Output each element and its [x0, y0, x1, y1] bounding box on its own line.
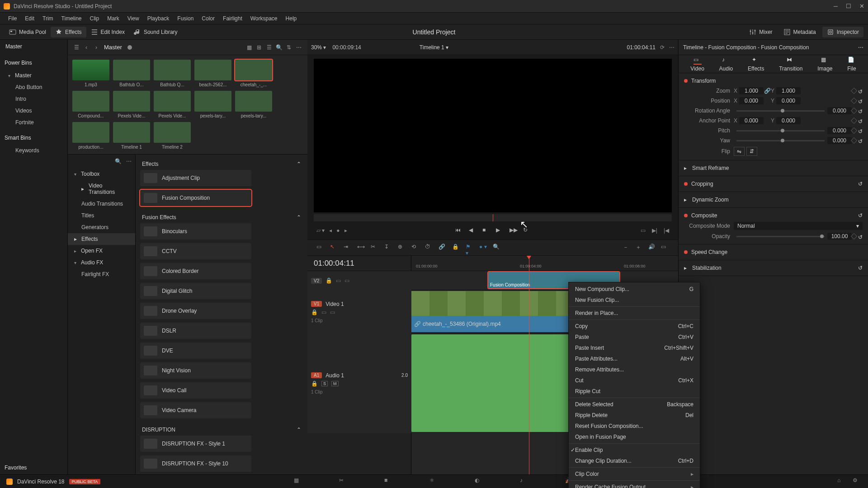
keyframe-icon[interactable] — [851, 137, 857, 144]
media-clip[interactable]: Timeline 1 — [113, 122, 150, 150]
viewer-scrubber[interactable] — [314, 214, 672, 221]
flag-icon[interactable]: ⚑ ▾ — [466, 244, 474, 252]
sort-icon[interactable]: ⇅ — [284, 42, 294, 52]
maximize-button[interactable]: ☐ — [846, 3, 851, 9]
keyframe-icon[interactable] — [851, 88, 857, 94]
media-clip[interactable]: Compound... — [72, 91, 109, 118]
menu-workspace[interactable]: Workspace — [247, 14, 281, 23]
match-frame-icon[interactable]: ▭ — [641, 227, 646, 234]
reset-icon[interactable]: ↺ — [858, 99, 863, 103]
menu-playback[interactable]: Playback — [144, 14, 173, 23]
section-enable-icon[interactable] — [684, 214, 688, 217]
transform-label[interactable]: Transform — [691, 78, 716, 84]
keyframe-icon[interactable] — [851, 127, 857, 134]
tree-generators[interactable]: Generators — [68, 221, 135, 233]
tab-transition[interactable]: ⧓Transition — [779, 56, 802, 72]
overwrite-icon[interactable]: ⊕ — [398, 244, 406, 252]
track-auto-icon[interactable]: ▭ — [321, 309, 326, 315]
timeline-name[interactable]: Timeline 1 ▾ — [420, 44, 448, 51]
track-solo-icon[interactable]: S — [321, 381, 328, 386]
ctx-item[interactable]: New Compound Clip...G — [569, 284, 700, 295]
pos-y-input[interactable]: 0.000 — [776, 97, 801, 104]
insert-icon[interactable]: ↧ — [384, 244, 392, 252]
stop-button[interactable]: ■ — [482, 227, 490, 234]
smart-bins-header[interactable]: Smart Bins — [0, 131, 67, 145]
effect-card[interactable]: Video Call — [140, 382, 251, 399]
favorites-header[interactable]: Favorites — [0, 460, 67, 474]
menu-color[interactable]: Color — [198, 14, 218, 23]
viewer-zoom[interactable]: 30% ▾ — [311, 44, 326, 51]
transform-overlay-icon[interactable]: ▱ ▾ — [316, 227, 325, 234]
effect-card[interactable]: Binoculars — [140, 223, 251, 239]
effect-card[interactable]: Colored Border — [140, 263, 251, 279]
viewer-canvas[interactable] — [314, 59, 672, 212]
ctx-item[interactable]: Delete SelectedBackspace — [569, 399, 700, 410]
menu-view[interactable]: View — [124, 14, 143, 23]
reset-icon[interactable]: ↺ — [858, 118, 863, 123]
media-clip[interactable]: 1.mp3 — [72, 60, 109, 87]
loop-button[interactable]: ↻ — [523, 227, 530, 234]
ctx-item[interactable]: PasteCtrl+V — [569, 332, 700, 343]
ctx-item[interactable]: Paste InsertCtrl+Shift+V — [569, 343, 700, 353]
yaw-input[interactable]: 0.000 — [827, 137, 852, 144]
audio-icon[interactable]: 🔊 — [648, 244, 656, 252]
media-clip[interactable]: pexels-tary... — [235, 91, 272, 118]
ctx-item[interactable]: Render Cache Fusion Output▸ — [569, 482, 700, 488]
track-lock-icon[interactable]: 🔒 — [326, 277, 332, 284]
anchor-y-input[interactable]: 0.000 — [776, 117, 801, 124]
opacity-input[interactable]: 100.00 — [827, 233, 852, 240]
playhead-icon[interactable] — [529, 256, 529, 474]
keyframe-icon[interactable]: ● — [336, 227, 340, 234]
grid-view-icon[interactable]: ⊞ — [254, 42, 264, 52]
power-bin-master[interactable]: Master — [0, 70, 67, 81]
pitch-input[interactable]: 0.000 — [827, 127, 852, 134]
media-clip[interactable]: production... — [72, 122, 109, 150]
keyframe-icon[interactable] — [851, 117, 857, 124]
list-view-icon[interactable]: ☰ — [264, 42, 274, 52]
timeline-view-icon[interactable]: ▭ — [316, 244, 325, 252]
blade-tool-icon[interactable]: ✂ — [371, 244, 379, 252]
tree-video-transitions[interactable]: ▸Video Transitions — [68, 180, 135, 198]
viewer-sync-icon[interactable]: ⟳ — [660, 44, 665, 51]
replace-icon[interactable]: ⟲ — [411, 244, 420, 252]
marker-icon[interactable]: ● ▾ — [479, 244, 487, 252]
section-enable-icon[interactable] — [684, 250, 688, 254]
viewer-options-icon[interactable]: ⋯ — [669, 44, 675, 51]
zoom-out-icon[interactable]: － — [623, 244, 631, 252]
flip-v-button[interactable]: ⇵ — [746, 147, 757, 156]
effect-card[interactable]: DVE — [140, 343, 251, 359]
section-enable-icon[interactable] — [684, 182, 688, 186]
inspector-more-icon[interactable]: ⋯ — [858, 44, 863, 51]
yaw-slider[interactable] — [736, 140, 825, 141]
search-timeline-icon[interactable]: 🔍 — [493, 244, 501, 252]
effect-card[interactable]: Digital Glitch — [140, 283, 251, 299]
effect-card[interactable]: DISRUPTION FX - Style 10 — [140, 455, 251, 472]
edit-page-icon[interactable]: ≡ — [384, 477, 393, 486]
edit-index-toggle[interactable]: Edit Index — [86, 27, 129, 38]
speed-change-section[interactable]: Speed Change — [691, 249, 727, 255]
lock-icon[interactable]: 🔒 — [452, 244, 460, 252]
power-bin-abo[interactable]: Abo Button — [0, 81, 67, 93]
rotation-slider[interactable] — [736, 110, 825, 112]
timeline-options-icon[interactable]: ▭ — [661, 244, 669, 252]
effect-card[interactable]: Night Vision — [140, 362, 251, 379]
composite-mode-select[interactable]: Normal▾ — [734, 222, 863, 230]
section-enable-icon[interactable] — [684, 79, 688, 83]
effect-card[interactable]: CCTV — [140, 243, 251, 259]
reset-icon[interactable]: ↺ — [858, 89, 863, 93]
retime-icon[interactable]: ⏱ — [425, 244, 433, 252]
link-xy-icon[interactable]: 🔗 — [764, 88, 771, 94]
smart-bin-keywords[interactable]: Keywords — [0, 145, 67, 156]
track-auto-icon[interactable]: ▭ — [336, 277, 341, 284]
tree-titles[interactable]: Titles — [68, 210, 135, 221]
mixer-toggle[interactable]: Mixer — [745, 27, 777, 38]
keyframe-icon[interactable] — [851, 108, 857, 114]
next-edit-icon[interactable]: ▸ — [344, 227, 347, 234]
menu-fusion[interactable]: Fusion — [174, 14, 197, 23]
track-lock-icon[interactable]: 🔒 — [311, 309, 318, 315]
composite-label[interactable]: Composite — [691, 212, 717, 219]
collapse-icon[interactable]: ⌃ — [297, 161, 301, 167]
reset-icon[interactable]: ↺ — [858, 265, 863, 271]
audio-clip[interactable] — [411, 334, 574, 432]
ctx-item[interactable]: ✓Enable Clip — [569, 445, 700, 455]
